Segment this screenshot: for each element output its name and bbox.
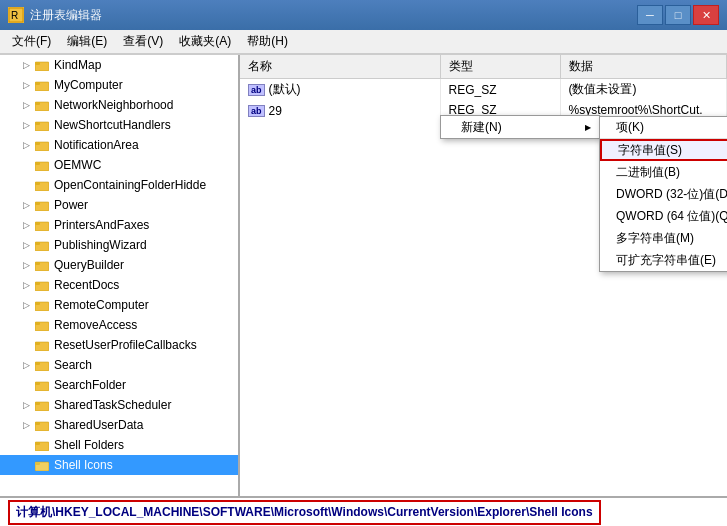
submenu-item-label: DWORD (32-位)值(D) [616,186,727,203]
menu-file[interactable]: 文件(F) [4,31,59,53]
folder-icon [34,198,50,212]
window-controls: ─ □ ✕ [637,5,719,25]
table-row[interactable]: ab (默认) REG_SZ (数值未设置) [240,79,727,101]
tree-item-printers[interactable]: ▷ PrintersAndFaxes [0,215,238,235]
tree-item-remotecomputer[interactable]: ▷ RemoteComputer [0,295,238,315]
tree-arrow: ▷ [20,279,32,291]
tree-item-search[interactable]: ▷ Search [0,355,238,375]
tree-item-notificationarea[interactable]: ▷ NotificationArea [0,135,238,155]
svg-rect-11 [35,142,40,145]
svg-rect-43 [35,462,40,465]
submenu-item-label: 多字符串值(M) [616,230,694,247]
tree-item-removeaccess[interactable]: RemoveAccess [0,315,238,335]
tree-item-recentdocs[interactable]: ▷ RecentDocs [0,275,238,295]
tree-arrow: ▷ [20,119,32,131]
reg-name: (默认) [269,81,301,98]
tree-arrow [20,439,32,451]
context-menu-new[interactable]: 新建(N) 项(K) 字符串值(S) 二进制值(B) DWORD (32-位)值… [441,116,599,138]
tree-label: MyComputer [54,78,123,92]
tree-arrow: ▷ [20,399,32,411]
svg-rect-27 [35,302,40,305]
submenu-item-qword[interactable]: QWORD (64 位值)(Q) [600,205,727,227]
minimize-button[interactable]: ─ [637,5,663,25]
tree-arrow: ▷ [20,139,32,151]
tree-item-sharedtaskscheduler[interactable]: ▷ SharedTaskScheduler [0,395,238,415]
tree-label: QueryBuilder [54,258,124,272]
tree-panel[interactable]: ▷ KindMap ▷ MyComputer ▷ NetworkNeighbor… [0,55,240,496]
svg-rect-19 [35,222,40,225]
folder-icon [34,338,50,352]
tree-arrow: ▷ [20,359,32,371]
menu-view[interactable]: 查看(V) [115,31,171,53]
tree-label: RecentDocs [54,278,119,292]
svg-rect-41 [35,442,40,445]
tree-item-publishingwizard[interactable]: ▷ PublishingWizard [0,235,238,255]
tree-item-shareduserdata[interactable]: ▷ SharedUserData [0,415,238,435]
svg-rect-7 [35,102,40,105]
tree-arrow: ▷ [20,59,32,71]
tree-arrow [20,319,32,331]
svg-rect-3 [35,62,40,65]
tree-item-newshortcuthandlers[interactable]: ▷ NewShortcutHandlers [0,115,238,135]
col-header-data: 数据 [560,55,727,79]
tree-label: PrintersAndFaxes [54,218,149,232]
folder-icon [34,78,50,92]
svg-rect-13 [35,162,40,165]
submenu-item-string[interactable]: 字符串值(S) [600,139,727,161]
menu-help[interactable]: 帮助(H) [239,31,296,53]
tree-item-kindmap[interactable]: ▷ KindMap [0,55,238,75]
submenu-item-key[interactable]: 项(K) [600,117,727,139]
tree-item-querybuilder[interactable]: ▷ QueryBuilder [0,255,238,275]
folder-icon [34,458,50,472]
tree-label: Shell Icons [54,458,113,472]
submenu-item-dword[interactable]: DWORD (32-位)值(D) [600,183,727,205]
registry-table: 名称 类型 数据 ab (默认) REG_SZ (数值未设置) [240,55,727,120]
tree-item-resetuserprofile[interactable]: ResetUserProfileCallbacks [0,335,238,355]
menu-edit[interactable]: 编辑(E) [59,31,115,53]
svg-rect-5 [35,82,40,85]
tree-item-searchfolder[interactable]: SearchFolder [0,375,238,395]
tree-arrow: ▷ [20,299,32,311]
reg-name-cell: ab 29 [240,100,440,120]
tree-label: KindMap [54,58,101,72]
new-label: 新建(N) [461,119,502,136]
restore-button[interactable]: □ [665,5,691,25]
folder-icon [34,138,50,152]
window-title: 注册表编辑器 [30,7,637,24]
submenu-item-binary[interactable]: 二进制值(B) [600,161,727,183]
submenu-item-expandstring[interactable]: 可扩充字符串值(E) [600,249,727,271]
tree-item-power[interactable]: ▷ Power [0,195,238,215]
tree-arrow [20,179,32,191]
submenu-item-label: 可扩充字符串值(E) [616,252,716,269]
submenu: 项(K) 字符串值(S) 二进制值(B) DWORD (32-位)值(D) QW [599,116,727,272]
svg-rect-15 [35,182,40,185]
tree-label: SharedTaskScheduler [54,398,171,412]
col-header-type: 类型 [440,55,560,79]
folder-icon [34,178,50,192]
tree-label: NotificationArea [54,138,139,152]
tree-arrow [20,159,32,171]
tree-arrow [20,379,32,391]
menu-bar: 文件(F) 编辑(E) 查看(V) 收藏夹(A) 帮助(H) [0,30,727,54]
folder-icon [34,258,50,272]
tree-label: PublishingWizard [54,238,147,252]
tree-item-mycomputer[interactable]: ▷ MyComputer [0,75,238,95]
context-menu-overlay: 新建(N) 项(K) 字符串值(S) 二进制值(B) DWORD (32-位)值… [440,115,600,139]
ab-badge: ab [248,84,265,96]
tree-item-networkneighborhood[interactable]: ▷ NetworkNeighborhood [0,95,238,115]
right-panel: 名称 类型 数据 ab (默认) REG_SZ (数值未设置) [240,55,727,496]
submenu-item-multistring[interactable]: 多字符串值(M) [600,227,727,249]
close-button[interactable]: ✕ [693,5,719,25]
folder-icon [34,238,50,252]
reg-data-cell: (数值未设置) [560,79,727,101]
col-header-name: 名称 [240,55,440,79]
menu-favorites[interactable]: 收藏夹(A) [171,31,239,53]
main-content: ▷ KindMap ▷ MyComputer ▷ NetworkNeighbor… [0,54,727,496]
tree-item-oemwc[interactable]: OEMWC [0,155,238,175]
status-bar: 计算机\HKEY_LOCAL_MACHINE\SOFTWARE\Microsof… [0,496,727,526]
tree-item-shellicons[interactable]: Shell Icons [0,455,238,475]
tree-item-opencontaining[interactable]: OpenContainingFolderHidde [0,175,238,195]
svg-rect-35 [35,382,40,385]
folder-icon [34,218,50,232]
tree-item-shellfolders[interactable]: Shell Folders [0,435,238,455]
